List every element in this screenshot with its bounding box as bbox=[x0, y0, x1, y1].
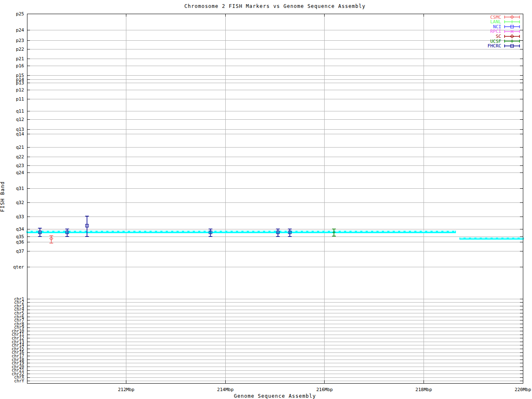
y-tick-label: q21 bbox=[16, 145, 24, 150]
x-tick-label: 220Mbp bbox=[515, 387, 531, 392]
y-tick-label: q23 bbox=[16, 163, 24, 168]
y-tick-label: q22 bbox=[16, 154, 24, 160]
y-tick-label: qter bbox=[13, 264, 25, 270]
chr-tick-label: chrY bbox=[14, 379, 24, 383]
y-tick-label: q24 bbox=[16, 170, 24, 175]
y-tick-label: q31 bbox=[16, 186, 24, 191]
y-tick-label: p24 bbox=[16, 27, 24, 33]
y-tick-label: q34 bbox=[16, 227, 24, 232]
plot-area: p25p24p23p22p21p16p15p14p13p12p11q11q12q… bbox=[0, 0, 532, 399]
legend-label-FHCRC: FHCRC bbox=[488, 43, 501, 49]
y-tick-label: p16 bbox=[16, 63, 24, 69]
x-tick-label: 214Mbp bbox=[217, 387, 234, 392]
y-tick-label: p25 bbox=[16, 11, 24, 17]
y-tick-label: p12 bbox=[16, 87, 24, 93]
x-tick-label: 216Mbp bbox=[316, 387, 333, 392]
y-tick-label: q32 bbox=[16, 200, 24, 205]
y-tick-label: p22 bbox=[16, 47, 24, 52]
y-tick-label: q37 bbox=[16, 249, 24, 254]
y-tick-label: p13 bbox=[16, 80, 24, 86]
y-tick-label: q11 bbox=[16, 108, 24, 114]
y-tick-label: q14 bbox=[16, 131, 24, 137]
x-tick-label: 212Mbp bbox=[118, 387, 135, 392]
y-tick-label: q36 bbox=[16, 239, 24, 245]
y-tick-label: p11 bbox=[16, 96, 24, 102]
y-tick-label: q35 bbox=[16, 234, 24, 239]
y-tick-label: q12 bbox=[16, 117, 24, 122]
x-tick-label: 218Mbp bbox=[416, 387, 432, 392]
plot-border bbox=[27, 14, 523, 383]
y-tick-label: p21 bbox=[16, 56, 24, 62]
chart-root: Chromosome 2 FISH Markers vs Genome Sequ… bbox=[0, 0, 532, 399]
y-tick-label: q33 bbox=[16, 214, 24, 219]
y-tick-label: p23 bbox=[16, 38, 24, 43]
